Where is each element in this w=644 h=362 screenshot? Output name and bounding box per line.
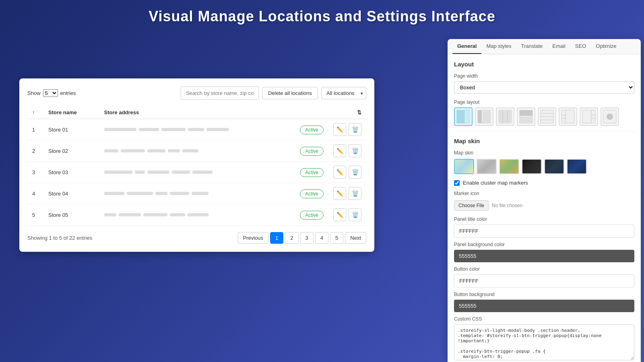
tab-seo[interactable]: SEO — [570, 39, 591, 54]
button-bg-value[interactable]: 555555 — [454, 300, 634, 312]
edit-button[interactable]: ✏️ — [333, 187, 346, 200]
tab-email[interactable]: Email — [547, 39, 570, 54]
page-3-button[interactable]: 3 — [300, 232, 314, 244]
page-1-button[interactable]: 1 — [270, 232, 283, 244]
skin-terrain[interactable] — [499, 159, 519, 174]
settings-content: Layout Page width Boxed Full width Page … — [448, 54, 641, 362]
delete-row-button[interactable]: 🗑️ — [349, 144, 361, 157]
divider-1 — [454, 132, 634, 132]
row-address — [99, 204, 295, 226]
button-color-value[interactable]: FFFFFF — [454, 274, 634, 288]
sort-icon-2: ⇅ — [357, 109, 361, 115]
skin-light[interactable] — [454, 159, 474, 174]
toolbar: Show 5 10 25 50 entries Delete all locat… — [27, 86, 366, 100]
tab-general[interactable]: General — [452, 39, 481, 54]
button-bg-label: Button background — [454, 292, 634, 297]
layout-option-7[interactable] — [580, 107, 598, 126]
enable-cluster-label: Enable cluster map markers — [463, 180, 528, 186]
svg-rect-11 — [520, 110, 533, 116]
row-status: Active — [295, 140, 328, 162]
svg-rect-7 — [499, 110, 512, 123]
row-store-name: Store 01 — [43, 119, 99, 140]
row-status: Active — [295, 162, 328, 183]
tab-translate[interactable]: Translate — [516, 39, 548, 54]
page-width-select[interactable]: Boxed Full width — [454, 81, 634, 94]
page-5-button[interactable]: 5 — [330, 232, 343, 244]
toolbar-right: Delete all locations All locations — [181, 86, 366, 100]
table-row: 2 Store 02 Active ✏️ — [27, 140, 366, 162]
layout-option-1[interactable] — [454, 107, 473, 126]
choose-file-button[interactable]: Choose File — [454, 200, 489, 211]
layout-option-6[interactable] — [559, 107, 577, 126]
delete-row-button[interactable]: 🗑️ — [349, 166, 361, 179]
row-store-name: Store 03 — [43, 162, 99, 183]
button-color-label: Button color — [454, 266, 634, 272]
custom-css-textarea[interactable] — [454, 324, 634, 360]
panel-bg-color-value[interactable]: 555555 — [454, 250, 634, 262]
edit-button[interactable]: ✏️ — [333, 123, 346, 136]
row-address — [99, 162, 295, 183]
marker-icon-label: Marker icon — [454, 191, 634, 196]
panel-title-color-value[interactable]: FFFFFF — [454, 224, 634, 238]
row-address — [99, 140, 295, 162]
layout-option-3[interactable] — [496, 107, 514, 126]
page-2-button[interactable]: 2 — [285, 232, 298, 244]
row-actions: ✏️ 🗑️ — [328, 162, 366, 183]
prev-button[interactable]: Previous — [238, 232, 269, 244]
panel-title-color-label: Panel title color — [454, 216, 634, 222]
edit-button[interactable]: ✏️ — [333, 208, 346, 221]
show-entries-control: Show 5 10 25 50 entries — [27, 89, 76, 97]
next-button[interactable]: Next — [345, 232, 366, 244]
skin-dark[interactable] — [522, 159, 542, 174]
edit-button[interactable]: ✏️ — [333, 166, 346, 179]
row-num: 3 — [27, 162, 43, 183]
cluster-checkbox-row: Enable cluster map markers — [454, 180, 634, 186]
col-name-header: Store name — [43, 106, 99, 119]
button-bg-field: Button background 555555 — [454, 292, 634, 312]
custom-css-area: Custom CSS — [454, 316, 634, 362]
svg-rect-1 — [457, 110, 465, 123]
svg-rect-17 — [561, 110, 574, 123]
custom-css-label: Custom CSS — [454, 316, 634, 322]
skin-blue[interactable] — [567, 159, 587, 174]
tab-optimize[interactable]: Optimize — [591, 39, 621, 54]
skin-grey[interactable] — [477, 159, 497, 174]
table-row: 1 Store 01 Active ✏️ — [27, 119, 366, 140]
page-width-field: Page width Boxed Full width — [454, 73, 634, 94]
svg-point-26 — [607, 113, 613, 120]
edit-button[interactable]: ✏️ — [333, 144, 346, 157]
button-color-field: Button color FFFFFF — [454, 266, 634, 288]
delete-all-button[interactable]: Delete all locations — [262, 87, 318, 99]
layout-option-4[interactable] — [517, 107, 535, 126]
page-4-button[interactable]: 4 — [315, 232, 328, 244]
row-store-name: Store 02 — [43, 140, 99, 162]
delete-row-button[interactable]: 🗑️ — [349, 123, 361, 136]
layout-option-5[interactable] — [538, 107, 556, 126]
tab-map-styles[interactable]: Map styles — [481, 39, 516, 54]
svg-rect-4 — [478, 110, 482, 123]
show-entries-select[interactable]: 5 10 25 50 — [43, 89, 58, 97]
locations-filter-wrapper: All locations — [321, 87, 366, 99]
no-file-text: No file chosen — [492, 203, 522, 208]
row-store-name: Store 04 — [43, 183, 99, 204]
row-status: Active — [295, 183, 328, 204]
row-actions: ✏️ 🗑️ — [328, 204, 366, 226]
skin-navy[interactable] — [544, 159, 564, 174]
col-address-header: Store address — [99, 106, 295, 119]
delete-row-button[interactable]: 🗑️ — [349, 187, 361, 200]
row-store-name: Store 05 — [43, 204, 99, 226]
search-input[interactable] — [181, 86, 259, 100]
svg-rect-21 — [582, 110, 595, 123]
row-actions: ✏️ 🗑️ — [328, 119, 366, 140]
settings-tabs: General Map styles Translate Email SEO O… — [448, 39, 641, 54]
layout-option-2[interactable] — [475, 107, 493, 126]
pagination: Previous 1 2 3 4 5 Next — [238, 232, 366, 244]
locations-filter-select[interactable]: All locations — [321, 87, 366, 99]
enable-cluster-checkbox[interactable] — [454, 180, 460, 186]
row-address — [99, 119, 295, 140]
right-panel: General Map styles Translate Email SEO O… — [448, 39, 641, 362]
delete-row-button[interactable]: 🗑️ — [349, 208, 361, 221]
sort-icon: ↑ — [32, 109, 35, 115]
layout-option-8[interactable] — [601, 107, 619, 126]
store-table: ↑ Store name Store address ⇅ 1 Store 01 — [27, 106, 366, 226]
